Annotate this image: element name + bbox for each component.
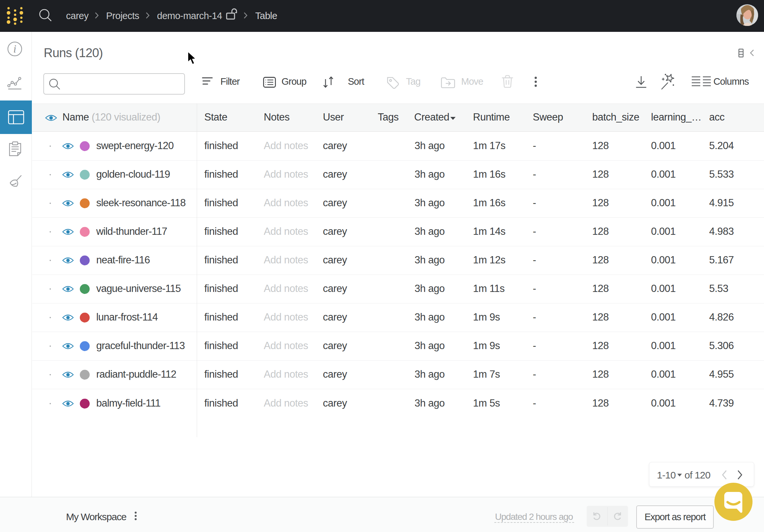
svg-text:i: i (13, 43, 16, 55)
